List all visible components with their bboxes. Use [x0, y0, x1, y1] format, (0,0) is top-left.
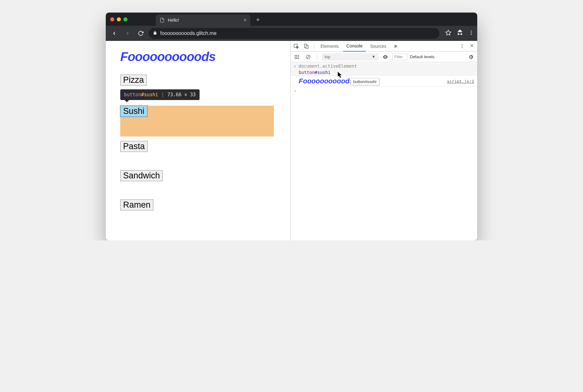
clear-expression-icon[interactable]: ×	[294, 64, 296, 69]
bookmark-star-icon[interactable]	[445, 30, 451, 37]
console-eval-line: × document.activeElement	[291, 63, 477, 69]
lock-icon	[153, 31, 157, 36]
log-levels[interactable]: Default levels	[410, 54, 434, 59]
svg-point-7	[462, 44, 463, 45]
maximize-window-button[interactable]	[123, 17, 127, 21]
devtools-tabstrip: Elements Console Sources	[291, 41, 477, 52]
tab-title: Hello!	[168, 18, 179, 23]
address-bar[interactable]: foooooooooods.glitch.me	[149, 28, 439, 39]
eval-expression: document.activeElement	[298, 64, 357, 69]
svg-point-16	[385, 56, 386, 57]
svg-point-3	[471, 34, 472, 35]
more-tabs-icon[interactable]	[391, 42, 399, 51]
incognito-icon[interactable]	[456, 29, 463, 38]
content-area: Foooooooooods Pizza button#sushi | 73.66…	[106, 41, 477, 240]
url-text: foooooooooods.glitch.me	[160, 31, 217, 36]
browser-tab[interactable]: Hello! ×	[156, 14, 250, 26]
console-log-line: Foooooooooods script.js:1	[291, 76, 477, 87]
forward-button[interactable]	[122, 28, 133, 39]
console-sidebar-toggle-icon[interactable]	[292, 53, 301, 61]
console-prompt[interactable]: ›	[291, 87, 477, 94]
tooltip-tag: button	[124, 92, 141, 98]
svg-line-15	[307, 56, 309, 58]
svg-point-1	[471, 31, 472, 31]
clear-console-icon[interactable]	[304, 53, 313, 61]
tooltip-id: #sushi	[141, 92, 158, 98]
tab-console[interactable]: Console	[343, 41, 365, 52]
pasta-button[interactable]: Pasta	[120, 141, 148, 152]
device-toolbar-icon[interactable]	[302, 42, 311, 51]
tooltip-dimensions: 73.66 × 33	[167, 92, 195, 98]
devtools-panel: Elements Console Sources	[290, 41, 477, 240]
sushi-button[interactable]: Sushi	[120, 106, 147, 117]
tab-sources[interactable]: Sources	[367, 41, 389, 52]
menu-icon[interactable]	[468, 30, 474, 37]
cursor-icon	[338, 72, 343, 79]
svg-point-8	[462, 46, 463, 47]
reload-button[interactable]	[135, 28, 146, 39]
svg-point-9	[462, 47, 463, 48]
close-window-button[interactable]	[110, 17, 114, 21]
webpage: Foooooooooods Pizza button#sushi | 73.66…	[106, 41, 290, 240]
hover-tooltip: button#sushi	[350, 78, 379, 85]
tab-elements[interactable]: Elements	[317, 41, 342, 52]
tab-strip: Hello! × +	[106, 13, 477, 26]
live-expression-icon[interactable]	[381, 53, 390, 61]
svg-rect-12	[295, 55, 299, 59]
sandwich-button[interactable]: Sandwich	[120, 170, 163, 181]
inspect-element-icon[interactable]	[292, 42, 301, 51]
window-controls	[110, 17, 127, 21]
browser-window: Hello! × + foooooooooods.glitch.me	[106, 13, 477, 240]
log-message: Foooooooooods	[294, 77, 354, 85]
back-button[interactable]	[109, 28, 120, 39]
close-tab-icon[interactable]: ×	[244, 17, 246, 23]
result-tag: button	[299, 70, 315, 75]
console-output: × document.activeElement button#sushi Fo…	[291, 62, 477, 240]
devtools-menu-icon[interactable]	[458, 42, 467, 51]
inspector-tooltip: button#sushi | 73.66 × 33	[120, 89, 200, 100]
filter-input[interactable]: Filter	[392, 53, 407, 60]
minimize-window-button[interactable]	[117, 17, 121, 21]
eval-result[interactable]: button#sushi	[291, 69, 477, 76]
console-settings-icon[interactable]	[467, 53, 475, 61]
element-highlight-margin: Sushi	[120, 106, 274, 137]
new-tab-button[interactable]: +	[256, 16, 260, 24]
svg-point-2	[471, 32, 472, 33]
log-source-link[interactable]: script.js:1	[447, 79, 474, 84]
result-id: #sushi	[315, 70, 331, 75]
devtools-close-icon[interactable]	[468, 43, 476, 49]
context-value: top	[325, 54, 330, 59]
svg-marker-0	[446, 30, 451, 35]
page-heading: Foooooooooods	[120, 50, 276, 64]
context-selector[interactable]: top ▼	[322, 53, 378, 61]
toolbar-right	[445, 29, 474, 38]
svg-rect-6	[306, 45, 308, 48]
console-toolbar: top ▼ Filter Default levels	[291, 52, 477, 62]
toolbar: foooooooooods.glitch.me	[106, 26, 477, 41]
ramen-button[interactable]: Ramen	[120, 199, 153, 210]
pizza-button[interactable]: Pizza	[120, 75, 147, 86]
file-icon	[160, 18, 165, 23]
dropdown-icon: ▼	[371, 54, 376, 59]
